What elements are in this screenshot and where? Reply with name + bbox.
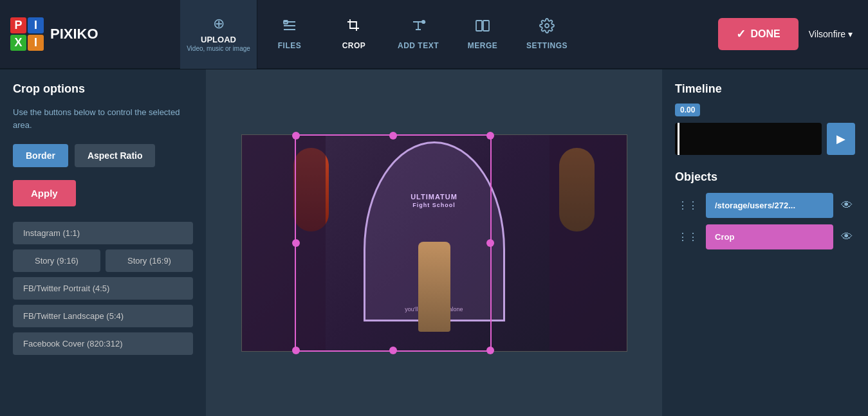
top-nav: P I X I PIXIKO ⊕ UPLOAD Video, music or … [0,0,868,69]
preset-fb-landscape[interactable]: FB/Twitter Landscape (5:4) [13,305,193,327]
crop-options-desc: Use the buttons below to control the sel… [13,106,193,131]
logo-cell-i1: I [28,17,44,33]
preset-fb-cover[interactable]: Facebook Cover (820:312) [13,332,193,355]
merge-icon [475,18,490,37]
preset-story-916[interactable]: Story (9:16) [13,249,100,272]
add-text-icon: + [411,18,426,37]
side-right [549,135,627,351]
logo-text: PIXIKO [50,26,98,42]
crop-options-title: Crop options [13,82,193,96]
svg-text:+: + [423,20,425,24]
left-panel: Crop options Use the buttons below to co… [0,69,206,416]
crop-icon [346,18,362,37]
upload-plus-icon: ⊕ [213,15,225,32]
logo-cell-p: P [10,17,26,33]
preset-instagram[interactable]: Instagram (1:1) [13,222,193,244]
aspect-ratio-button[interactable]: Aspect Ratio [75,144,156,167]
drag-handle-crop[interactable]: ⋮⋮ [675,228,701,246]
eye-icon-storage[interactable]: 👁 [838,196,855,215]
logo-cell-i2: I [28,35,44,51]
object-label-storage[interactable]: /storage/users/272... [706,193,833,218]
done-button[interactable]: ✓ DONE [718,18,799,50]
eye-icon-crop[interactable]: 👁 [838,228,855,246]
main-content: Crop options Use the buttons below to co… [0,69,868,416]
timeline-bar: ▶ [675,123,855,155]
nav-item-files[interactable]: FILES [257,0,322,69]
files-icon [282,18,297,37]
logo-area: P I X I PIXIKO [0,17,180,51]
time-badge: 0.00 [675,104,700,116]
timeline-cursor [678,123,679,155]
timeline-track[interactable] [675,123,822,155]
objects-title: Objects [675,170,855,184]
logo-cell-x: X [10,35,26,51]
checkmark-icon: ✓ [736,27,746,41]
svg-rect-4 [483,21,489,31]
nav-item-crop[interactable]: CROP [322,0,386,69]
svg-rect-3 [476,21,482,31]
user-menu[interactable]: Vilsonfire ▾ [809,29,853,39]
nav-item-settings[interactable]: SETTINGS [515,0,579,69]
upload-sub: Video, music or image [187,44,250,53]
border-button[interactable]: Border [13,144,68,167]
nav-item-add-text[interactable]: + ADD TEXT [386,0,450,69]
nav-label-files: FILES [278,41,302,50]
nav-label-crop: CROP [342,41,366,50]
nav-item-merge[interactable]: MERGE [450,0,515,69]
preset-fb-portrait[interactable]: FB/Twitter Portrait (4:5) [13,277,193,300]
canvas-area: ULTIMATUMFight School you'll never walk … [206,69,662,416]
logo-letters: P I X I [10,17,44,51]
done-label: DONE [751,28,780,40]
right-panel: Timeline 0.00 ▶ Objects ⋮⋮ /storage/user… [662,69,868,416]
gym-sign: ULTIMATUMFight School [411,193,457,208]
video-bg: ULTIMATUMFight School you'll never walk … [241,134,627,352]
nav-label-merge: MERGE [468,41,498,50]
nav-label-settings: SETTINGS [526,41,568,50]
upload-section[interactable]: ⊕ UPLOAD Video, music or image [180,0,257,69]
settings-icon [539,18,555,37]
drag-handle-storage[interactable]: ⋮⋮ [675,197,701,214]
play-button[interactable]: ▶ [827,123,855,155]
object-item-crop: ⋮⋮ Crop 👁 [675,224,855,249]
crop-btn-row: Border Aspect Ratio [13,144,193,167]
preset-story-169[interactable]: Story (16:9) [106,249,193,272]
nav-label-add-text: ADD TEXT [398,41,439,50]
apply-button[interactable]: Apply [13,180,76,206]
object-item-storage: ⋮⋮ /storage/users/272... 👁 [675,193,855,218]
svg-point-5 [545,24,549,28]
figure [418,242,450,332]
object-label-crop[interactable]: Crop [706,224,833,249]
preset-story-row: Story (9:16) Story (16:9) [13,249,193,272]
upload-label: UPLOAD [201,35,236,44]
nav-items: FILES CROP + ADD TEXT [257,0,718,69]
video-container: ULTIMATUMFight School you'll never walk … [241,134,627,352]
side-left [242,135,326,351]
done-btn-area: ✓ DONE Vilsonfire ▾ [718,18,868,50]
timeline-title: Timeline [675,82,855,96]
logo: P I X I PIXIKO [10,17,98,51]
